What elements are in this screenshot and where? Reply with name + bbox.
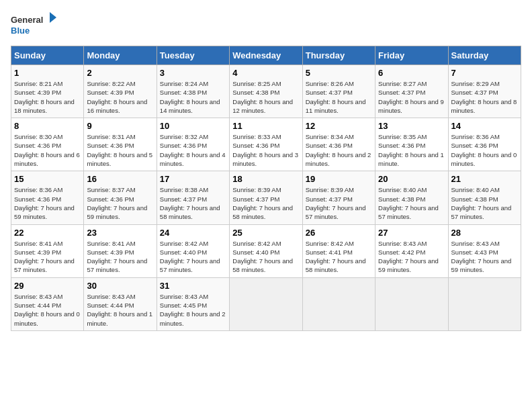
svg-marker-2 — [50, 12, 56, 23]
day-number: 31 — [160, 281, 226, 291]
day-detail: Sunrise: 8:31 AMSunset: 4:36 PMDaylight:… — [87, 132, 153, 168]
day-number: 7 — [451, 68, 518, 78]
day-detail: Sunrise: 8:24 AMSunset: 4:38 PMDaylight:… — [160, 79, 226, 115]
day-detail: Sunrise: 8:37 AMSunset: 4:36 PMDaylight:… — [87, 185, 153, 221]
calendar-week-5: 29Sunrise: 8:43 AMSunset: 4:44 PMDayligh… — [11, 277, 521, 330]
day-detail: Sunrise: 8:25 AMSunset: 4:38 PMDaylight:… — [232, 79, 299, 115]
day-detail: Sunrise: 8:42 AMSunset: 4:41 PMDaylight:… — [306, 239, 372, 275]
day-number: 28 — [451, 228, 518, 238]
calendar-cell: 27Sunrise: 8:43 AMSunset: 4:42 PMDayligh… — [375, 224, 448, 277]
calendar-cell: 19Sunrise: 8:39 AMSunset: 4:37 PMDayligh… — [302, 171, 375, 224]
calendar-week-1: 1Sunrise: 8:21 AMSunset: 4:39 PMDaylight… — [11, 65, 521, 118]
day-detail: Sunrise: 8:43 AMSunset: 4:44 PMDaylight:… — [14, 292, 81, 328]
day-detail: Sunrise: 8:27 AMSunset: 4:37 PMDaylight:… — [378, 79, 445, 115]
day-number: 24 — [160, 228, 226, 238]
day-number: 3 — [160, 68, 226, 78]
day-detail: Sunrise: 8:39 AMSunset: 4:37 PMDaylight:… — [232, 185, 299, 221]
calendar-cell: 30Sunrise: 8:43 AMSunset: 4:44 PMDayligh… — [84, 277, 157, 330]
day-number: 23 — [87, 228, 153, 238]
logo-svg: General Blue — [11, 11, 58, 38]
calendar-cell: 17Sunrise: 8:38 AMSunset: 4:37 PMDayligh… — [157, 171, 229, 224]
day-number: 2 — [87, 68, 153, 78]
svg-text:Blue: Blue — [11, 26, 30, 36]
calendar-cell: 1Sunrise: 8:21 AMSunset: 4:39 PMDaylight… — [11, 65, 84, 118]
day-detail: Sunrise: 8:38 AMSunset: 4:37 PMDaylight:… — [160, 185, 226, 221]
day-number: 26 — [306, 228, 372, 238]
day-number: 10 — [160, 121, 226, 131]
day-number: 21 — [451, 174, 518, 184]
day-number: 14 — [451, 121, 518, 131]
calendar-cell: 5Sunrise: 8:26 AMSunset: 4:37 PMDaylight… — [302, 65, 375, 118]
day-detail: Sunrise: 8:30 AMSunset: 4:36 PMDaylight:… — [14, 132, 81, 168]
weekday-friday: Friday — [375, 46, 448, 65]
day-number: 20 — [378, 174, 445, 184]
calendar-cell: 23Sunrise: 8:41 AMSunset: 4:39 PMDayligh… — [84, 224, 157, 277]
calendar-cell: 20Sunrise: 8:40 AMSunset: 4:38 PMDayligh… — [375, 171, 448, 224]
day-detail: Sunrise: 8:22 AMSunset: 4:39 PMDaylight:… — [87, 79, 153, 115]
weekday-wednesday: Wednesday — [230, 46, 302, 65]
weekday-monday: Monday — [84, 46, 157, 65]
day-number: 9 — [87, 121, 153, 131]
calendar-cell: 3Sunrise: 8:24 AMSunset: 4:38 PMDaylight… — [157, 65, 229, 118]
day-number: 6 — [378, 68, 445, 78]
calendar-cell: 12Sunrise: 8:34 AMSunset: 4:36 PMDayligh… — [302, 118, 375, 171]
calendar-table: SundayMondayTuesdayWednesdayThursdayFrid… — [11, 46, 521, 331]
day-number: 27 — [378, 228, 445, 238]
weekday-header-row: SundayMondayTuesdayWednesdayThursdayFrid… — [11, 46, 521, 65]
calendar-cell: 22Sunrise: 8:41 AMSunset: 4:39 PMDayligh… — [11, 224, 84, 277]
day-number: 15 — [14, 174, 81, 184]
calendar-cell: 21Sunrise: 8:40 AMSunset: 4:38 PMDayligh… — [448, 171, 521, 224]
day-number: 5 — [306, 68, 372, 78]
weekday-thursday: Thursday — [302, 46, 375, 65]
calendar-cell: 24Sunrise: 8:42 AMSunset: 4:40 PMDayligh… — [157, 224, 229, 277]
day-number: 25 — [232, 228, 299, 238]
day-detail: Sunrise: 8:43 AMSunset: 4:44 PMDaylight:… — [87, 292, 153, 328]
calendar-cell: 9Sunrise: 8:31 AMSunset: 4:36 PMDaylight… — [84, 118, 157, 171]
day-number: 11 — [232, 121, 299, 131]
day-detail: Sunrise: 8:36 AMSunset: 4:36 PMDaylight:… — [451, 132, 518, 168]
weekday-tuesday: Tuesday — [157, 46, 229, 65]
calendar-cell: 29Sunrise: 8:43 AMSunset: 4:44 PMDayligh… — [11, 277, 84, 330]
header: General Blue — [11, 11, 521, 38]
day-detail: Sunrise: 8:29 AMSunset: 4:37 PMDaylight:… — [451, 79, 518, 115]
calendar-cell — [448, 277, 521, 330]
day-detail: Sunrise: 8:41 AMSunset: 4:39 PMDaylight:… — [87, 239, 153, 275]
calendar-week-2: 8Sunrise: 8:30 AMSunset: 4:36 PMDaylight… — [11, 118, 521, 171]
day-number: 19 — [306, 174, 372, 184]
calendar-cell — [375, 277, 448, 330]
calendar-cell: 10Sunrise: 8:32 AMSunset: 4:36 PMDayligh… — [157, 118, 229, 171]
day-detail: Sunrise: 8:43 AMSunset: 4:42 PMDaylight:… — [378, 239, 445, 275]
day-detail: Sunrise: 8:35 AMSunset: 4:36 PMDaylight:… — [378, 132, 445, 168]
svg-text:General: General — [11, 15, 43, 25]
day-number: 18 — [232, 174, 299, 184]
day-number: 8 — [14, 121, 81, 131]
day-number: 29 — [14, 281, 81, 291]
day-number: 22 — [14, 228, 81, 238]
calendar-cell — [230, 277, 302, 330]
calendar-cell: 11Sunrise: 8:33 AMSunset: 4:36 PMDayligh… — [230, 118, 302, 171]
calendar-cell: 7Sunrise: 8:29 AMSunset: 4:37 PMDaylight… — [448, 65, 521, 118]
calendar-cell: 31Sunrise: 8:43 AMSunset: 4:45 PMDayligh… — [157, 277, 229, 330]
day-detail: Sunrise: 8:33 AMSunset: 4:36 PMDaylight:… — [232, 132, 299, 168]
calendar-cell: 25Sunrise: 8:42 AMSunset: 4:40 PMDayligh… — [230, 224, 302, 277]
calendar-cell: 16Sunrise: 8:37 AMSunset: 4:36 PMDayligh… — [84, 171, 157, 224]
day-detail: Sunrise: 8:41 AMSunset: 4:39 PMDaylight:… — [14, 239, 81, 275]
day-detail: Sunrise: 8:26 AMSunset: 4:37 PMDaylight:… — [306, 79, 372, 115]
calendar-cell — [302, 277, 375, 330]
day-number: 4 — [232, 68, 299, 78]
day-number: 16 — [87, 174, 153, 184]
day-number: 30 — [87, 281, 153, 291]
day-number: 17 — [160, 174, 226, 184]
calendar-cell: 18Sunrise: 8:39 AMSunset: 4:37 PMDayligh… — [230, 171, 302, 224]
calendar-cell: 14Sunrise: 8:36 AMSunset: 4:36 PMDayligh… — [448, 118, 521, 171]
calendar-week-3: 15Sunrise: 8:36 AMSunset: 4:36 PMDayligh… — [11, 171, 521, 224]
calendar-cell: 8Sunrise: 8:30 AMSunset: 4:36 PMDaylight… — [11, 118, 84, 171]
day-detail: Sunrise: 8:39 AMSunset: 4:37 PMDaylight:… — [306, 185, 372, 221]
calendar-cell: 4Sunrise: 8:25 AMSunset: 4:38 PMDaylight… — [230, 65, 302, 118]
weekday-sunday: Sunday — [11, 46, 84, 65]
calendar-cell: 2Sunrise: 8:22 AMSunset: 4:39 PMDaylight… — [84, 65, 157, 118]
day-detail: Sunrise: 8:42 AMSunset: 4:40 PMDaylight:… — [232, 239, 299, 275]
day-detail: Sunrise: 8:43 AMSunset: 4:45 PMDaylight:… — [160, 292, 226, 328]
weekday-saturday: Saturday — [448, 46, 521, 65]
calendar-cell: 13Sunrise: 8:35 AMSunset: 4:36 PMDayligh… — [375, 118, 448, 171]
